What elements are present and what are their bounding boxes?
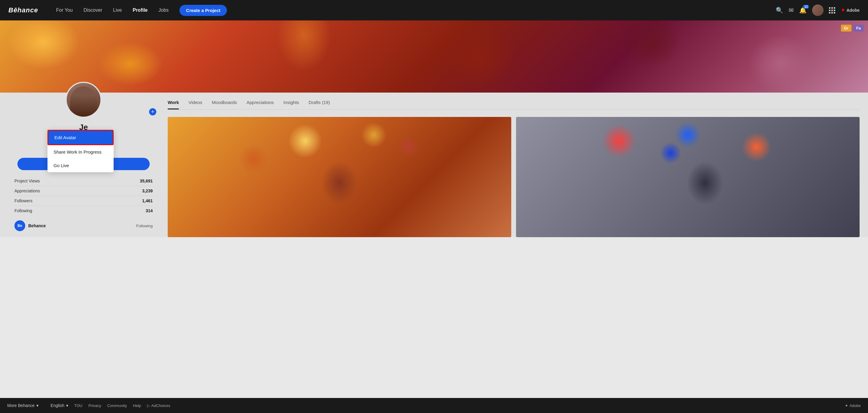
stat-views-value: 35,691 xyxy=(140,179,153,183)
stat-following-value: 314 xyxy=(146,208,153,213)
adobe-icon: ✦ xyxy=(841,7,845,13)
top-navigation: Bēhance For You Discover Live Profile Jo… xyxy=(0,0,868,21)
stat-following: Following 314 xyxy=(14,206,153,216)
behance-logo[interactable]: Bēhance xyxy=(8,6,38,14)
stats-section: Project Views 35,691 Appreciations 3,239… xyxy=(8,176,159,216)
nav-links: For You Discover Live Profile Jobs Creat… xyxy=(56,5,776,16)
messages-icon[interactable]: ✉ xyxy=(789,7,794,14)
content-tabs: Work Videos Moodboards Appreciations Ins… xyxy=(168,100,860,110)
notification-badge: 13 xyxy=(803,5,809,9)
language-label: English xyxy=(51,403,64,408)
stat-project-views: Project Views 35,691 xyxy=(14,176,153,186)
bottom-bar: More Behance ▾ English ▾ TOU Privacy Com… xyxy=(0,398,868,413)
avatar-dropdown-menu: Edit Avatar Share Work In Progress Go Li… xyxy=(48,130,114,172)
bottom-bar-links: English ▾ TOU Privacy Community Help ▷ A… xyxy=(51,403,170,408)
following-user-name: Behance xyxy=(28,223,46,228)
tab-appreciations[interactable]: Appreciations xyxy=(246,100,274,109)
bottom-link-community[interactable]: Community xyxy=(107,403,127,408)
stat-views-label: Project Views xyxy=(14,179,40,183)
hero-tag-fa[interactable]: Fa xyxy=(853,25,864,32)
bottom-link-privacy[interactable]: Privacy xyxy=(88,403,101,408)
profile-section: + Edit Avatar Share Work In Progress Go … xyxy=(0,93,868,237)
stat-followers: Followers 1,461 xyxy=(14,196,153,206)
nav-link-for-you[interactable]: For You xyxy=(56,7,73,13)
stat-appreciations: Appreciations 3,239 xyxy=(14,186,153,196)
avatar-edit-plus-button[interactable]: + xyxy=(149,107,157,116)
stat-following-label: Following xyxy=(14,208,32,213)
avatar-silhouette xyxy=(70,86,97,117)
adchoices-link[interactable]: ▷ AdChoices xyxy=(147,403,170,408)
hero-tags: Gr Fa xyxy=(841,25,864,32)
stat-appreciations-label: Appreciations xyxy=(14,188,40,193)
notifications-icon[interactable]: 🔔 13 xyxy=(799,7,807,14)
chevron-down-icon: ▾ xyxy=(36,403,38,408)
avatar-image xyxy=(67,83,100,117)
more-behance-button[interactable]: More Behance ▾ xyxy=(7,403,38,408)
nav-link-live[interactable]: Live xyxy=(113,7,122,13)
following-row: Be Behance Following xyxy=(8,216,159,231)
stat-followers-label: Followers xyxy=(14,198,32,203)
adobe-bottom-icon: ✦ xyxy=(845,403,848,408)
nav-right-icons: 🔍 ✉ 🔔 13 ✦ Adobe xyxy=(776,4,860,16)
dropdown-item-edit-avatar[interactable]: Edit Avatar xyxy=(48,130,114,145)
apps-grid-icon[interactable] xyxy=(829,7,835,13)
more-behance-label: More Behance xyxy=(7,403,35,408)
bottom-link-help[interactable]: Help xyxy=(133,403,141,408)
profile-left-panel: + Edit Avatar Share Work In Progress Go … xyxy=(8,100,159,237)
tab-moodboards[interactable]: Moodboards xyxy=(212,100,237,109)
avatar-container: + xyxy=(8,82,159,118)
nav-link-profile[interactable]: Profile xyxy=(132,7,148,13)
following-user-avatar[interactable]: Be xyxy=(14,220,25,231)
tab-insights[interactable]: Insights xyxy=(283,100,299,109)
stat-followers-value: 1,461 xyxy=(142,198,153,203)
nav-link-jobs[interactable]: Jobs xyxy=(158,7,168,13)
language-selector[interactable]: English ▾ xyxy=(51,403,68,408)
language-chevron-icon: ▾ xyxy=(66,403,68,408)
hero-tag-gr[interactable]: Gr xyxy=(841,25,851,32)
portfolio-item-1[interactable] xyxy=(168,117,511,237)
user-avatar[interactable] xyxy=(812,4,824,16)
following-status: Following xyxy=(136,224,153,228)
tab-drafts[interactable]: Drafts (19) xyxy=(309,100,330,109)
adobe-logo[interactable]: ✦ Adobe xyxy=(841,7,860,13)
tab-videos[interactable]: Videos xyxy=(188,100,202,109)
tab-work[interactable]: Work xyxy=(168,100,179,109)
portfolio-item-2[interactable] xyxy=(516,117,860,237)
bottom-link-tou[interactable]: TOU xyxy=(74,403,82,408)
bottom-adobe-logo[interactable]: ✦ Adobe xyxy=(845,403,861,408)
play-icon: ▷ xyxy=(147,403,150,408)
profile-right-panel: Work Videos Moodboards Appreciations Ins… xyxy=(159,100,860,237)
search-icon[interactable]: 🔍 xyxy=(776,7,783,14)
nav-link-discover[interactable]: Discover xyxy=(84,7,102,13)
profile-avatar xyxy=(65,82,101,118)
dropdown-item-share-wip[interactable]: Share Work In Progress xyxy=(48,145,114,159)
stat-appreciations-value: 3,239 xyxy=(142,188,153,193)
create-project-button[interactable]: Create a Project xyxy=(180,5,227,16)
portfolio-grid xyxy=(168,117,860,237)
dropdown-item-go-live[interactable]: Go Live xyxy=(48,159,114,172)
